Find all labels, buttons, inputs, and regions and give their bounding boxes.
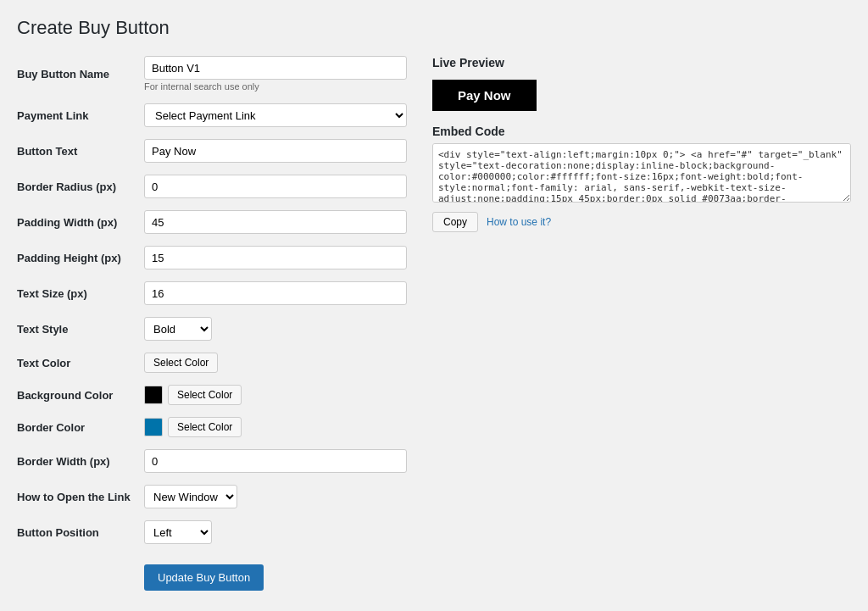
padding-width-row: Padding Width (px): [17, 210, 407, 234]
page-title: Create Buy Button: [17, 17, 851, 39]
button-position-row: Button Position Left Center Right: [17, 520, 407, 544]
payment-link-label: Payment Link: [17, 109, 144, 122]
background-color-btn[interactable]: Select Color: [168, 385, 242, 405]
update-buy-button[interactable]: Update Buy Button: [144, 564, 264, 591]
buy-button-name-input[interactable]: [144, 56, 407, 80]
text-style-field: Bold Normal Italic: [144, 317, 407, 341]
text-size-input[interactable]: [144, 281, 407, 305]
text-color-field: Select Color: [144, 353, 407, 373]
button-text-field: [144, 139, 407, 163]
embed-code-title: Embed Code: [432, 125, 851, 138]
border-width-label: Border Width (px): [17, 455, 144, 468]
text-style-select[interactable]: Bold Normal Italic: [144, 317, 212, 341]
border-color-swatch: [144, 418, 163, 436]
border-width-row: Border Width (px): [17, 449, 407, 473]
border-radius-row: Border Radius (px): [17, 175, 407, 198]
open-link-field: New Window Same Window: [144, 485, 407, 508]
border-radius-label: Border Radius (px): [17, 181, 144, 193]
live-preview-title: Live Preview: [432, 56, 851, 69]
preview-panel: Live Preview Pay Now Embed Code Copy How…: [432, 56, 851, 232]
buy-button-name-field: For internal search use only: [144, 56, 407, 92]
open-link-select[interactable]: New Window Same Window: [144, 485, 237, 508]
background-color-swatch: [144, 386, 163, 404]
padding-height-label: Padding Height (px): [17, 252, 144, 264]
form-panel: Buy Button Name For internal search use …: [17, 56, 407, 591]
padding-height-row: Padding Height (px): [17, 246, 407, 269]
border-color-row: Border Color Select Color: [17, 417, 407, 437]
button-position-select[interactable]: Left Center Right: [144, 520, 212, 544]
payment-link-select[interactable]: Select Payment Link: [144, 103, 407, 127]
padding-width-label: Padding Width (px): [17, 216, 144, 229]
padding-width-field: [144, 210, 407, 234]
embed-code-textarea[interactable]: [432, 143, 851, 203]
text-size-field: [144, 281, 407, 305]
border-color-label: Border Color: [17, 421, 144, 434]
padding-width-input[interactable]: [144, 210, 407, 234]
button-position-field: Left Center Right: [144, 520, 407, 544]
border-radius-field: [144, 175, 407, 198]
border-radius-input[interactable]: [144, 175, 407, 198]
open-link-row: How to Open the Link New Window Same Win…: [17, 485, 407, 508]
how-to-use-link[interactable]: How to use it?: [487, 216, 551, 228]
background-color-row: Background Color Select Color: [17, 385, 407, 405]
border-color-btn[interactable]: Select Color: [168, 417, 242, 437]
payment-link-field: Select Payment Link: [144, 103, 407, 127]
buy-button-name-hint: For internal search use only: [144, 81, 407, 92]
live-preview-pay-now[interactable]: Pay Now: [432, 80, 537, 111]
text-size-label: Text Size (px): [17, 287, 144, 300]
buy-button-name-label: Buy Button Name: [17, 68, 144, 81]
button-text-input[interactable]: [144, 139, 407, 163]
text-color-label: Text Color: [17, 357, 144, 369]
button-text-label: Button Text: [17, 145, 144, 158]
border-width-input[interactable]: [144, 449, 407, 473]
button-position-label: Button Position: [17, 526, 144, 539]
text-style-label: Text Style: [17, 323, 144, 336]
background-color-field: Select Color: [144, 385, 407, 405]
padding-height-input[interactable]: [144, 246, 407, 269]
padding-height-field: [144, 246, 407, 269]
open-link-label: How to Open the Link: [17, 491, 144, 503]
text-style-row: Text Style Bold Normal Italic: [17, 317, 407, 341]
payment-link-row: Payment Link Select Payment Link: [17, 103, 407, 127]
border-width-field: [144, 449, 407, 473]
text-color-btn[interactable]: Select Color: [144, 353, 218, 373]
button-text-row: Button Text: [17, 139, 407, 163]
copy-button[interactable]: Copy: [432, 212, 478, 232]
text-size-row: Text Size (px): [17, 281, 407, 305]
text-color-row: Text Color Select Color: [17, 353, 407, 373]
embed-actions: Copy How to use it?: [432, 212, 851, 232]
background-color-label: Background Color: [17, 389, 144, 402]
border-color-field: Select Color: [144, 417, 407, 437]
buy-button-name-row: Buy Button Name For internal search use …: [17, 56, 407, 92]
